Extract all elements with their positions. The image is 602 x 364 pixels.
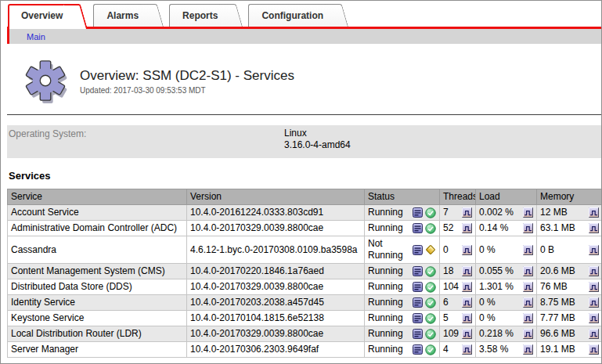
service-threads: 6	[443, 297, 449, 308]
service-threads: 0	[443, 244, 449, 256]
service-row: Identity Service 10.4.0-20170203.2038.a4…	[8, 295, 602, 311]
chart-button-icon[interactable]	[462, 313, 472, 323]
tab-bar: Overview Alarms Reports Configuration	[1, 1, 601, 27]
chart-button-icon[interactable]	[589, 223, 599, 233]
service-load: 0.14 %	[479, 222, 508, 234]
service-name: Content Management System (CMS)	[8, 264, 187, 279]
col-header-memory: Memory	[537, 189, 602, 205]
attributes-icon[interactable]	[413, 207, 423, 218]
os-name: Linux	[284, 128, 351, 139]
attributes-icon[interactable]	[413, 282, 423, 292]
tab-label: Alarms	[93, 4, 164, 21]
chart-button-icon[interactable]	[462, 282, 472, 292]
service-version: 10.4.0-20170329.0039.8800cae	[187, 221, 365, 236]
services-heading: Services	[9, 170, 601, 182]
tab-configuration[interactable]: Configuration	[248, 4, 348, 27]
service-memory: 7.77 MB	[540, 312, 575, 324]
col-header-version: Version	[187, 189, 365, 205]
service-status: Running	[368, 312, 403, 324]
breadcrumb-bar: Main	[7, 29, 601, 44]
chart-button-icon[interactable]	[523, 266, 533, 276]
service-memory: 8.75 MB	[540, 297, 575, 308]
tab-label: Reports	[169, 4, 243, 21]
service-version: 10.4.0-20170306.2303.9649faf	[187, 342, 365, 358]
chart-button-icon[interactable]	[462, 297, 472, 308]
service-version: 10.4.0-20170104.1815.6e52138	[187, 311, 365, 326]
service-memory: 0 B	[540, 244, 554, 256]
service-status: Running	[368, 265, 403, 277]
header-divider	[7, 114, 602, 115]
chart-button-icon[interactable]	[523, 297, 533, 308]
service-load: 0 %	[479, 244, 496, 256]
chart-button-icon[interactable]	[523, 245, 533, 255]
attributes-icon[interactable]	[413, 344, 423, 355]
service-name: Distributed Data Store (DDS)	[8, 279, 187, 295]
service-memory: 20.6 MB	[540, 265, 575, 277]
page-content: Overview: SSM (DC2-S1) - Services Update…	[1, 56, 601, 358]
chart-button-icon[interactable]	[589, 207, 599, 218]
service-version: 10.4.0-20170203.2038.a457d45	[187, 295, 365, 311]
tab-label: Configuration	[248, 4, 348, 21]
chart-button-icon[interactable]	[523, 344, 533, 355]
breadcrumb-main-link[interactable]: Main	[9, 30, 45, 45]
service-memory: 63.1 MB	[540, 222, 575, 234]
chart-button-icon[interactable]	[462, 329, 472, 339]
tab-alarms[interactable]: Alarms	[93, 4, 164, 27]
service-threads: 18	[443, 265, 453, 277]
chart-button-icon[interactable]	[523, 207, 533, 218]
attributes-icon[interactable]	[413, 329, 423, 339]
chart-button-icon[interactable]	[589, 313, 599, 323]
chart-button-icon[interactable]	[589, 245, 599, 255]
tab-reports[interactable]: Reports	[169, 4, 243, 27]
service-threads: 7	[443, 207, 449, 218]
chart-button-icon[interactable]	[589, 266, 599, 276]
attributes-icon[interactable]	[413, 223, 423, 233]
attributes-icon[interactable]	[413, 297, 423, 308]
service-name: Cassandra	[8, 236, 187, 264]
service-name: Server Manager	[8, 342, 187, 358]
service-row: Server Manager 10.4.0-20170306.2303.9649…	[8, 342, 602, 358]
chart-button-icon[interactable]	[523, 313, 533, 323]
service-name: Account Service	[8, 205, 187, 221]
col-header-load: Load	[476, 189, 537, 205]
service-row: Content Management System (CMS) 10.4.0-2…	[8, 264, 602, 279]
services-table-header-row: Service Version Status Threads Load Memo…	[8, 189, 602, 205]
service-memory: 96.6 MB	[540, 328, 575, 340]
attributes-icon[interactable]	[413, 245, 423, 255]
tab-overview[interactable]: Overview	[8, 4, 88, 29]
chart-button-icon[interactable]	[462, 245, 472, 255]
operating-system-value: Linux 3.16.0-4-amd64	[284, 128, 351, 151]
chart-button-icon[interactable]	[462, 207, 472, 218]
chart-button-icon[interactable]	[589, 297, 599, 308]
service-name: Local Distribution Router (LDR)	[8, 326, 187, 342]
service-load: 0 %	[479, 297, 496, 308]
chart-button-icon[interactable]	[462, 344, 472, 355]
chart-button-icon[interactable]	[589, 329, 599, 339]
service-memory: 76 MB	[540, 281, 568, 293]
service-status: Running	[368, 297, 403, 308]
service-load: 0 %	[479, 312, 496, 324]
service-status: Running	[368, 207, 403, 218]
chart-button-icon[interactable]	[589, 282, 599, 292]
service-status: Running	[368, 344, 403, 355]
green-check-ball-icon	[425, 207, 436, 218]
chart-button-icon[interactable]	[523, 223, 533, 233]
services-table-body: Account Service 10.4.0-20161224.0333.803…	[8, 205, 602, 358]
chart-button-icon[interactable]	[523, 329, 533, 339]
green-check-ball-icon	[425, 223, 436, 234]
chart-button-icon[interactable]	[462, 266, 472, 276]
service-version: 4.6.12-1.byc.0-20170308.0109.ba3598a	[187, 236, 365, 264]
service-version: 10.4.0-20161224.0333.803cd91	[187, 205, 365, 221]
service-row: Administrative Domain Controller (ADC) 1…	[8, 221, 602, 236]
col-header-status: Status	[365, 189, 440, 205]
col-header-threads: Threads	[440, 189, 476, 205]
service-status: Running	[368, 222, 403, 234]
chart-button-icon[interactable]	[462, 223, 472, 233]
chart-button-icon[interactable]	[589, 344, 599, 355]
service-row: Distributed Data Store (DDS) 10.4.0-2017…	[8, 279, 602, 295]
service-name: Keystone Service	[8, 311, 187, 326]
green-check-ball-icon	[425, 297, 436, 308]
chart-button-icon[interactable]	[523, 282, 533, 292]
attributes-icon[interactable]	[413, 266, 423, 276]
attributes-icon[interactable]	[413, 313, 423, 323]
